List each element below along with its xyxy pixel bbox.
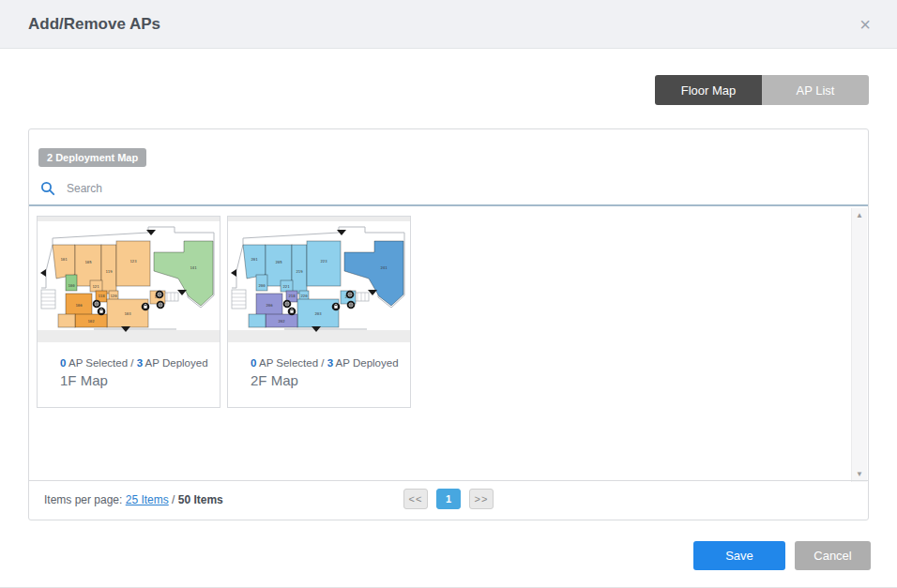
map-name: 1F Map <box>60 372 220 388</box>
modal-header: Add/Remove APs × <box>0 0 897 49</box>
deployment-map-count-badge: 2 Deployment Map <box>38 148 146 167</box>
svg-text:118: 118 <box>98 294 105 298</box>
search-icon <box>40 181 55 196</box>
save-button[interactable]: Save <box>693 541 785 570</box>
total-items: 50 Items <box>178 493 223 506</box>
map-name: 2F Map <box>251 372 410 388</box>
ap-count-line: 0 AP Selected / 3 AP Deployed <box>251 357 410 369</box>
modal-footer: Save Cancel <box>693 541 871 570</box>
svg-text:120: 120 <box>110 294 117 298</box>
map-card-list: 101105119123100121141106118120103104102 … <box>29 208 868 482</box>
close-icon[interactable]: × <box>859 15 871 34</box>
svg-text:141: 141 <box>190 265 197 270</box>
svg-text:218: 218 <box>288 294 296 298</box>
svg-text:102: 102 <box>87 319 95 324</box>
pagination-bar: Items per page: 25 Items / 50 Items << 1… <box>29 480 868 520</box>
svg-text:221: 221 <box>282 284 290 289</box>
search-bar <box>29 173 868 206</box>
current-page-button[interactable]: 1 <box>436 489 461 509</box>
cancel-button[interactable]: Cancel <box>795 541 871 570</box>
svg-text:219: 219 <box>296 269 303 274</box>
svg-text:220: 220 <box>300 294 308 298</box>
vertical-scrollbar[interactable]: ▲ ▼ <box>851 208 867 482</box>
search-input[interactable] <box>67 182 442 195</box>
svg-text:101: 101 <box>60 257 68 262</box>
items-per-page: Items per page: 25 Items / 50 Items <box>44 493 223 506</box>
svg-text:121: 121 <box>92 284 99 289</box>
tab-floor-map[interactable]: Floor Map <box>655 75 762 105</box>
floor-plan-thumbnail-1f: 101105119123100121141106118120103104102 <box>38 217 220 342</box>
svg-text:119: 119 <box>105 269 113 274</box>
svg-text:201: 201 <box>251 257 258 262</box>
svg-text:205: 205 <box>275 260 282 264</box>
tab-ap-list[interactable]: AP List <box>762 75 869 105</box>
next-page-button[interactable]: >> <box>469 489 494 509</box>
view-tabs: Floor Map AP List <box>655 75 869 105</box>
svg-text:105: 105 <box>84 260 92 264</box>
svg-text:106: 106 <box>75 303 83 308</box>
svg-text:206: 206 <box>266 303 273 308</box>
floor-map-card-2f[interactable]: 201205219223200221241206218220203204202 … <box>227 216 411 408</box>
svg-text:203: 203 <box>314 311 322 316</box>
svg-text:200: 200 <box>258 283 266 288</box>
floor-plan-thumbnail-2f: 201205219223200221241206218220203204202 <box>228 217 410 342</box>
svg-text:202: 202 <box>278 319 285 324</box>
svg-text:123: 123 <box>129 259 137 264</box>
scroll-down-icon[interactable]: ▼ <box>856 471 863 478</box>
svg-text:241: 241 <box>380 265 388 270</box>
add-remove-aps-modal: { "modal": { "title": "Add/Remove APs", … <box>0 0 897 588</box>
page-title: Add/Remove APs <box>28 15 859 34</box>
deployment-map-panel: 2 Deployment Map 10110511912310012114110… <box>28 128 869 520</box>
svg-text:223: 223 <box>320 259 327 264</box>
scroll-up-icon[interactable]: ▲ <box>856 212 863 219</box>
svg-text:100: 100 <box>68 283 75 288</box>
floor-map-card-1f[interactable]: 101105119123100121141106118120103104102 … <box>37 216 220 408</box>
svg-text:103: 103 <box>124 311 131 316</box>
page-size-link[interactable]: 25 Items <box>126 493 169 506</box>
ap-count-line: 0 AP Selected / 3 AP Deployed <box>60 357 220 369</box>
prev-page-button[interactable]: << <box>403 489 428 509</box>
